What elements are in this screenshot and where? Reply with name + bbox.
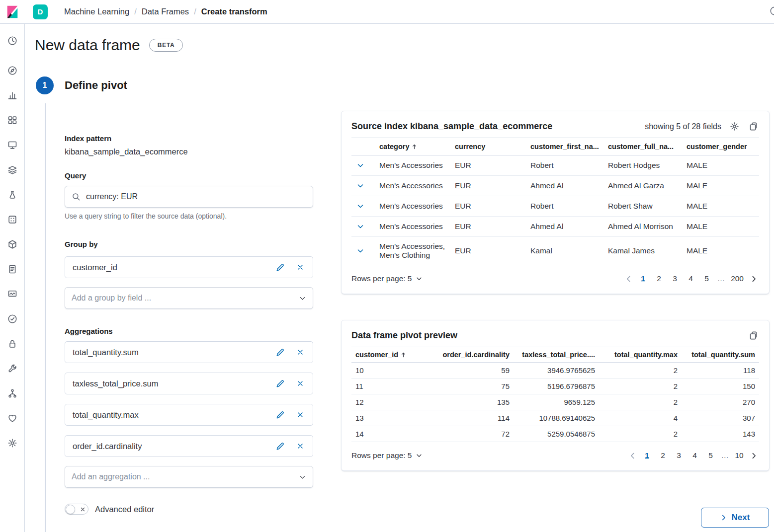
page-number[interactable]: 3 bbox=[673, 450, 686, 461]
column-header-taxless-total-price[interactable]: taxless_total_price.... bbox=[514, 347, 599, 363]
aggregation-item: taxless_total_price.sum bbox=[65, 373, 313, 394]
expand-row-button[interactable] bbox=[355, 160, 365, 170]
sidebar-item-metrics[interactable] bbox=[4, 286, 20, 302]
advanced-editor-toggle[interactable] bbox=[65, 504, 88, 515]
chevron-down-icon bbox=[416, 275, 423, 282]
page-number[interactable]: 3 bbox=[669, 273, 682, 285]
edit-group-by-button[interactable] bbox=[274, 262, 286, 273]
expander-column-header bbox=[351, 138, 375, 155]
help-icon[interactable] bbox=[770, 6, 774, 18]
remove-aggregation-button[interactable] bbox=[295, 379, 305, 388]
add-aggregation-select[interactable]: Add an aggregation ... bbox=[65, 466, 313, 488]
columns-settings-button[interactable] bbox=[729, 121, 740, 132]
clock-icon bbox=[7, 36, 17, 46]
column-header-total-quantity-max[interactable]: total_quantity.max bbox=[599, 347, 682, 363]
previous-page-button[interactable] bbox=[627, 451, 638, 461]
breadcrumb-separator: / bbox=[194, 7, 196, 16]
sidebar-item-machine-learning[interactable] bbox=[4, 212, 20, 228]
expand-row-button[interactable] bbox=[355, 181, 365, 191]
remove-aggregation-button[interactable] bbox=[295, 441, 305, 451]
page-number[interactable]: 5 bbox=[700, 273, 713, 285]
table-row: 14 72 5259.0546875 2 143 bbox=[351, 426, 759, 442]
remove-aggregation-button[interactable] bbox=[295, 410, 305, 420]
page-number[interactable]: 10 bbox=[733, 450, 746, 461]
rows-per-page-button[interactable]: Rows per page: 5 bbox=[351, 451, 423, 460]
beta-badge: BETA bbox=[149, 39, 183, 52]
page-number[interactable]: 5 bbox=[704, 450, 717, 461]
table-header-row: customer_id order_id.cardinality taxless… bbox=[351, 347, 759, 363]
page-number[interactable]: 1 bbox=[637, 273, 650, 285]
table-row: Men's Accessories EUR Ahmed Al Ahmed Al … bbox=[351, 217, 759, 237]
rows-per-page-button[interactable]: Rows per page: 5 bbox=[351, 274, 423, 283]
expand-row-button[interactable] bbox=[355, 246, 365, 256]
sidebar-item-graph[interactable] bbox=[4, 187, 20, 203]
edit-aggregation-button[interactable] bbox=[274, 378, 286, 389]
next-page-button[interactable] bbox=[749, 451, 759, 461]
expand-row-button[interactable] bbox=[355, 222, 365, 231]
column-header-order-id-cardinality[interactable]: order_id.cardinality bbox=[435, 347, 514, 363]
breadcrumb-machine-learning[interactable]: Machine Learning bbox=[64, 7, 129, 16]
source-panel-title: Source index kibana_sample_data_ecommerc… bbox=[351, 121, 552, 132]
query-input[interactable]: currency: EUR bbox=[65, 186, 313, 208]
sidebar-item-dashboard[interactable] bbox=[4, 112, 20, 128]
next-page-button[interactable] bbox=[749, 274, 759, 284]
sidebar-item-visualize[interactable] bbox=[4, 87, 20, 103]
sidebar-item-infrastructure[interactable] bbox=[4, 236, 20, 252]
chevron-right-icon bbox=[720, 514, 727, 521]
table-row: 11 75 5196.6796875 2 150 bbox=[351, 379, 759, 394]
close-icon bbox=[296, 442, 304, 450]
copy-to-clipboard-button[interactable] bbox=[748, 330, 759, 341]
chevron-down-icon bbox=[356, 161, 364, 169]
column-header-currency[interactable]: currency bbox=[451, 138, 526, 155]
close-icon bbox=[296, 411, 304, 419]
advanced-editor-label: Advanced editor bbox=[95, 505, 154, 514]
copy-to-clipboard-button[interactable] bbox=[748, 121, 759, 132]
page-number[interactable]: 4 bbox=[688, 450, 701, 461]
breadcrumb-separator: / bbox=[134, 7, 137, 16]
table-row: Men's Accessories EUR Robert Robert Hodg… bbox=[351, 155, 759, 176]
column-header-customer-id[interactable]: customer_id bbox=[355, 351, 407, 359]
sidebar-item-canvas[interactable] bbox=[4, 137, 20, 153]
remove-group-by-button[interactable] bbox=[295, 262, 305, 272]
breadcrumb-data-frames[interactable]: Data Frames bbox=[142, 7, 189, 16]
map-layers-icon bbox=[7, 165, 17, 175]
sidebar-item-recent[interactable] bbox=[4, 33, 20, 49]
sidebar-item-management[interactable] bbox=[4, 435, 20, 451]
aggregation-item-label: taxless_total_price.sum bbox=[73, 379, 158, 388]
page-number[interactable]: 4 bbox=[685, 273, 697, 285]
app-nav-rail bbox=[0, 24, 25, 532]
column-header-customer-first-name[interactable]: customer_first_na... bbox=[526, 138, 604, 155]
page-number[interactable]: 2 bbox=[653, 273, 666, 285]
chevron-down-icon bbox=[299, 473, 306, 481]
page-number[interactable]: 1 bbox=[641, 450, 654, 461]
column-header-total-quantity-sum[interactable]: total_quantity.sum bbox=[682, 347, 759, 363]
sidebar-item-logs[interactable] bbox=[4, 261, 20, 277]
sidebar-item-monitoring[interactable] bbox=[4, 385, 20, 401]
page-number[interactable]: 2 bbox=[657, 450, 670, 461]
add-aggregation-placeholder: Add an aggregation ... bbox=[72, 472, 150, 481]
remove-aggregation-button[interactable] bbox=[295, 347, 305, 357]
column-header-customer-full-name[interactable]: customer_full_na... bbox=[604, 138, 683, 155]
previous-page-button[interactable] bbox=[623, 274, 634, 284]
chevron-right-icon bbox=[750, 452, 758, 460]
sidebar-item-siem[interactable] bbox=[4, 336, 20, 352]
sidebar-item-dev-tools[interactable] bbox=[4, 361, 20, 377]
column-header-customer-gender[interactable]: customer_gender bbox=[683, 138, 759, 155]
sidebar-item-watcher[interactable] bbox=[4, 410, 20, 426]
expand-row-button[interactable] bbox=[355, 201, 365, 211]
kibana-logo[interactable] bbox=[0, 4, 25, 19]
add-group-by-select[interactable]: Add a group by field ... bbox=[65, 287, 313, 309]
toggle-off-x-icon bbox=[80, 507, 86, 512]
space-badge[interactable]: D bbox=[33, 4, 48, 19]
edit-aggregation-button[interactable] bbox=[274, 347, 286, 358]
query-help-text: Use a query string to filter the source … bbox=[65, 212, 313, 220]
main-content: New data frame BETA 1 Define pivot Index… bbox=[25, 24, 774, 532]
next-button[interactable]: Next bbox=[701, 508, 769, 528]
sidebar-item-maps[interactable] bbox=[4, 162, 20, 178]
column-header-category[interactable]: category bbox=[379, 143, 418, 151]
edit-aggregation-button[interactable] bbox=[274, 441, 286, 452]
sidebar-item-uptime[interactable] bbox=[4, 311, 20, 327]
edit-aggregation-button[interactable] bbox=[274, 409, 286, 421]
sidebar-item-discover[interactable] bbox=[4, 63, 20, 78]
page-number[interactable]: 200 bbox=[729, 273, 746, 285]
